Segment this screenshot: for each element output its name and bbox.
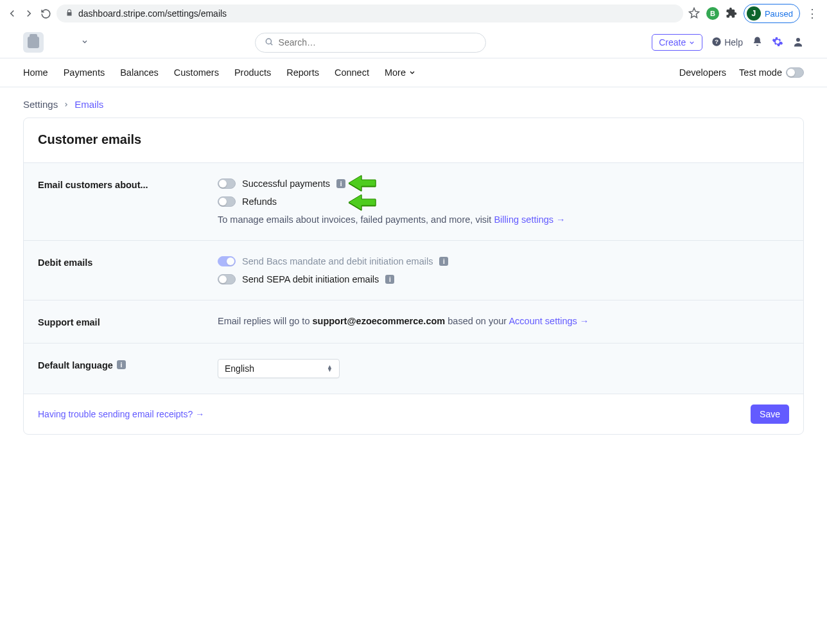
section-label-debit: Debit emails (38, 256, 218, 284)
reload-button[interactable] (40, 8, 51, 19)
toggle-test-mode[interactable] (786, 67, 804, 78)
nav-home[interactable]: Home (23, 58, 56, 87)
row-successful-payments: Successful payments i (218, 178, 789, 189)
breadcrumb-emails[interactable]: Emails (74, 99, 103, 110)
user-icon[interactable] (792, 36, 804, 49)
label-refunds: Refunds (242, 196, 277, 207)
hint-prefix: To manage emails about invoices, failed … (218, 214, 494, 225)
support-prefix: Email replies will go to (218, 316, 312, 326)
nav-products[interactable]: Products (227, 58, 279, 87)
chevron-down-icon[interactable] (81, 37, 89, 48)
test-mode-label: Test mode (739, 67, 782, 78)
search-icon (265, 37, 274, 48)
puzzle-icon[interactable] (726, 7, 737, 21)
arrow-right-icon: → (580, 316, 589, 326)
app-topbar: Create ? Help (0, 27, 827, 58)
nav-more-label: More (385, 67, 406, 78)
save-button[interactable]: Save (751, 405, 789, 424)
account-logo (23, 32, 44, 53)
language-value: English (225, 363, 254, 374)
toggle-refunds[interactable] (218, 196, 236, 207)
nav-balances[interactable]: Balances (112, 58, 166, 87)
nav-more[interactable]: More (377, 58, 424, 87)
browser-toolbar: dashboard.stripe.com/settings/emails B J… (0, 0, 827, 27)
url-text: dashboard.stripe.com/settings/emails (78, 8, 227, 19)
bell-icon[interactable] (752, 36, 763, 49)
section-support-email: Support email Email replies will go to s… (24, 300, 803, 344)
help-button[interactable]: ? Help (711, 37, 743, 49)
annotation-arrow (346, 174, 377, 192)
select-chevron-icon: ▲▼ (327, 365, 333, 372)
label-bacs: Send Bacs mandate and debit initiation e… (242, 256, 433, 266)
settings-card: Customer emails Email customers about...… (23, 117, 804, 435)
section-email-customers: Email customers about... Successful paym… (24, 163, 803, 241)
label-sepa: Send SEPA debit initiation emails (242, 274, 379, 284)
card-footer: Having trouble sending email receipts? →… (24, 394, 803, 434)
test-mode-toggle[interactable]: Test mode (739, 58, 804, 87)
account-settings-link[interactable]: Account settings → (509, 316, 589, 326)
nav-reports[interactable]: Reports (279, 58, 327, 87)
breadcrumb: Settings Emails (0, 87, 827, 117)
svg-point-3 (796, 38, 800, 42)
svg-text:?: ? (715, 39, 718, 45)
nav-payments[interactable]: Payments (56, 58, 112, 87)
toggle-bacs (218, 256, 236, 266)
gear-icon[interactable] (772, 36, 783, 49)
info-icon[interactable]: i (439, 257, 448, 266)
toggle-sepa[interactable] (218, 274, 236, 284)
info-icon[interactable]: i (336, 179, 345, 188)
back-button[interactable] (6, 8, 18, 19)
card-header: Customer emails (24, 118, 803, 163)
support-email-value: support@ezoecommerce.com (312, 316, 445, 326)
nav-connect[interactable]: Connect (327, 58, 377, 87)
info-icon[interactable]: i (385, 275, 394, 284)
billing-hint: To manage emails about invoices, failed … (218, 214, 789, 225)
row-bacs: Send Bacs mandate and debit initiation e… (218, 256, 789, 266)
chevron-right-icon (63, 99, 69, 110)
annotation-arrow (346, 193, 377, 211)
toggle-successful-payments[interactable] (218, 178, 236, 189)
create-button[interactable]: Create (652, 34, 702, 51)
label-successful-payments: Successful payments (242, 178, 330, 189)
section-label-language: Default language i (38, 359, 218, 378)
forward-button[interactable] (23, 8, 35, 19)
breadcrumb-settings[interactable]: Settings (23, 99, 58, 110)
language-select[interactable]: English ▲▼ (218, 359, 340, 378)
section-default-language: Default language i English ▲▼ (24, 344, 803, 394)
billing-settings-link[interactable]: Billing settings → (494, 214, 565, 225)
info-icon[interactable]: i (117, 360, 126, 369)
section-debit-emails: Debit emails Send Bacs mandate and debit… (24, 241, 803, 300)
nav-developers[interactable]: Developers (679, 58, 726, 87)
page-title: Customer emails (38, 132, 789, 147)
lock-icon (65, 9, 73, 19)
star-icon[interactable] (688, 7, 700, 21)
section-label-email-customers: Email customers about... (38, 178, 218, 225)
avatar: J (747, 6, 761, 21)
svg-point-0 (266, 39, 271, 44)
search-input[interactable] (255, 33, 486, 53)
browser-menu-icon[interactable]: ⋮ (806, 6, 818, 21)
create-label: Create (659, 37, 686, 48)
address-bar[interactable]: dashboard.stripe.com/settings/emails (57, 4, 683, 22)
extensions-row: B J Paused ⋮ (688, 4, 821, 23)
main-nav: Home Payments Balances Customers Product… (0, 58, 827, 87)
section-label-support: Support email (38, 316, 218, 327)
help-label: Help (724, 37, 743, 48)
trouble-link[interactable]: Having trouble sending email receipts? → (38, 409, 204, 419)
help-icon: ? (711, 37, 722, 49)
arrow-right-icon: → (195, 409, 204, 419)
extension-badge-b[interactable]: B (706, 7, 719, 20)
arrow-right-icon: → (556, 214, 566, 225)
search-field[interactable] (279, 37, 476, 48)
support-hint: Email replies will go to support@ezoecom… (218, 316, 789, 326)
row-sepa: Send SEPA debit initiation emails i (218, 274, 789, 284)
account-switcher[interactable] (23, 32, 89, 53)
row-refunds: Refunds (218, 196, 789, 207)
support-suffix: based on your (445, 316, 509, 326)
paused-label: Paused (765, 9, 793, 19)
nav-customers[interactable]: Customers (166, 58, 227, 87)
profile-paused-pill[interactable]: J Paused (744, 4, 800, 23)
